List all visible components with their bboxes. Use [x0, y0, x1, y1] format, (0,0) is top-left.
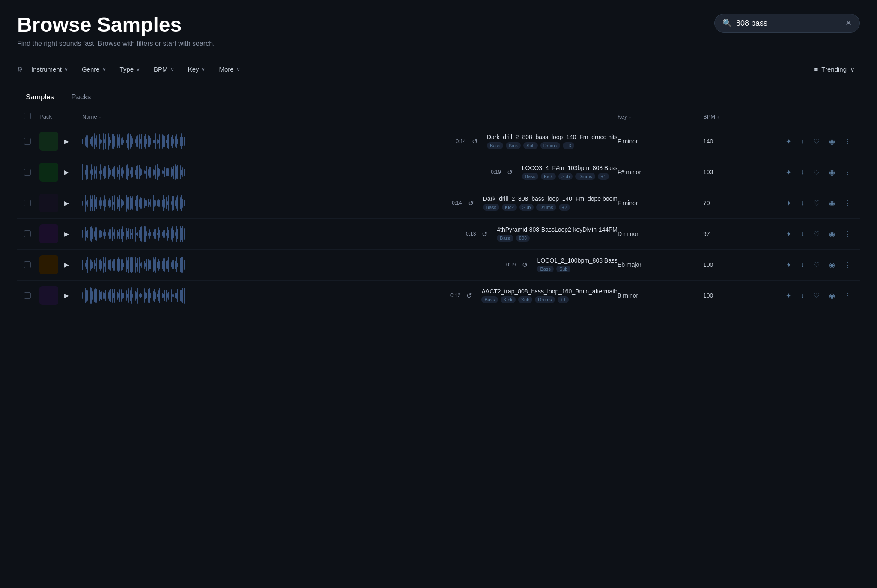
- waveform[interactable]: [82, 256, 498, 274]
- row-checkbox[interactable]: [24, 292, 31, 299]
- pack-thumbnail[interactable]: [39, 224, 58, 243]
- more-options-button[interactable]: ⋮: [843, 136, 853, 147]
- headphones-button[interactable]: ◉: [827, 136, 837, 147]
- waveform[interactable]: [82, 163, 483, 181]
- play-button[interactable]: ▶: [63, 290, 71, 301]
- filter-key[interactable]: Key ∨: [183, 63, 211, 75]
- waveform-bar: [116, 138, 116, 145]
- similar-button[interactable]: ✦: [784, 290, 793, 301]
- filters-bar: ⚙ Instrument ∨ Genre ∨ Type ∨ BPM ∨ Key …: [17, 63, 860, 76]
- waveform-bar: [87, 230, 88, 238]
- download-button[interactable]: ↓: [799, 290, 806, 301]
- waveform-bar: [90, 139, 91, 144]
- headphones-button[interactable]: ◉: [827, 290, 837, 301]
- replay-button[interactable]: ↺: [480, 228, 489, 240]
- pack-thumbnail[interactable]: [39, 194, 58, 212]
- more-options-button[interactable]: ⋮: [843, 259, 853, 271]
- similar-button[interactable]: ✦: [784, 228, 793, 240]
- waveform-bar: [92, 136, 93, 147]
- pack-thumbnail[interactable]: [39, 286, 58, 305]
- waveform-bar: [89, 167, 89, 178]
- similar-button[interactable]: ✦: [784, 136, 793, 147]
- waveform[interactable]: [82, 287, 442, 304]
- waveform-bar: [166, 197, 167, 209]
- waveform[interactable]: [82, 225, 458, 243]
- favorite-button[interactable]: ♡: [812, 136, 821, 147]
- sample-tag: Sub: [519, 204, 534, 211]
- similar-button[interactable]: ✦: [784, 167, 793, 178]
- favorite-button[interactable]: ♡: [812, 290, 821, 301]
- pack-thumbnail[interactable]: [39, 163, 58, 182]
- row-checkbox[interactable]: [24, 230, 31, 237]
- waveform-bar: [96, 258, 97, 272]
- row-checkbox[interactable]: [24, 200, 31, 206]
- more-options-button[interactable]: ⋮: [843, 197, 853, 209]
- waveform-bar: [182, 137, 183, 146]
- more-options-button[interactable]: ⋮: [843, 228, 853, 240]
- row-checkbox[interactable]: [24, 138, 31, 145]
- play-button[interactable]: ▶: [63, 136, 71, 146]
- download-button[interactable]: ↓: [799, 197, 806, 209]
- row-checkbox[interactable]: [24, 169, 31, 176]
- waveform-bar: [155, 133, 156, 149]
- filter-type[interactable]: Type ∨: [115, 63, 146, 75]
- favorite-button[interactable]: ♡: [812, 167, 821, 178]
- similar-button[interactable]: ✦: [784, 259, 793, 271]
- replay-button[interactable]: ↺: [465, 290, 474, 301]
- filter-instrument[interactable]: Instrument ∨: [26, 63, 73, 75]
- play-button[interactable]: ▶: [63, 260, 71, 270]
- headphones-button[interactable]: ◉: [827, 167, 837, 178]
- clear-search-button[interactable]: ✕: [845, 19, 852, 27]
- headphones-button[interactable]: ◉: [827, 197, 837, 209]
- key-col-header[interactable]: Key ↕: [617, 113, 703, 120]
- headphones-button[interactable]: ◉: [827, 228, 837, 240]
- waveform-bar: [149, 136, 150, 147]
- similar-button[interactable]: ✦: [784, 197, 793, 209]
- waveform[interactable]: [82, 132, 448, 150]
- waveform-bar: [113, 202, 114, 205]
- replay-button[interactable]: ↺: [505, 167, 514, 178]
- download-button[interactable]: ↓: [799, 259, 806, 270]
- more-options-button[interactable]: ⋮: [843, 167, 853, 178]
- replay-button[interactable]: ↺: [466, 197, 475, 209]
- replay-button[interactable]: ↺: [470, 136, 479, 147]
- filter-genre[interactable]: Genre ∨: [77, 63, 111, 75]
- favorite-button[interactable]: ♡: [812, 228, 821, 240]
- download-button[interactable]: ↓: [799, 136, 806, 147]
- favorite-button[interactable]: ♡: [812, 259, 821, 271]
- download-button[interactable]: ↓: [799, 167, 806, 178]
- key-chevron: ∨: [201, 66, 205, 72]
- more-options-button[interactable]: ⋮: [843, 290, 853, 301]
- pack-thumbnail[interactable]: [39, 255, 58, 274]
- waveform-bar: [159, 230, 160, 238]
- waveform[interactable]: [82, 194, 444, 212]
- waveform-bar: [139, 199, 140, 207]
- search-input[interactable]: [736, 19, 841, 28]
- play-button[interactable]: ▶: [63, 167, 71, 177]
- waveform-bar: [176, 197, 177, 209]
- waveform-bar: [100, 292, 101, 299]
- name-col-header[interactable]: Name ↕: [82, 113, 617, 120]
- tab-samples[interactable]: Samples: [17, 88, 63, 107]
- play-button[interactable]: ▶: [63, 198, 71, 208]
- download-button[interactable]: ↓: [799, 228, 806, 239]
- waveform-bar: [177, 195, 178, 211]
- play-button[interactable]: ▶: [63, 229, 71, 239]
- tab-packs[interactable]: Packs: [63, 88, 99, 107]
- key-value: Eb major: [617, 261, 703, 268]
- sort-trending-button[interactable]: ≡ Trending ∨: [809, 63, 860, 76]
- waveform-bar: [131, 136, 132, 147]
- favorite-button[interactable]: ♡: [812, 197, 821, 209]
- waveform-bar: [158, 140, 159, 143]
- select-all-checkbox[interactable]: [24, 113, 31, 119]
- row-checkbox[interactable]: [24, 261, 31, 268]
- waveform-bar: [163, 258, 164, 271]
- replay-button[interactable]: ↺: [520, 259, 529, 271]
- waveform-bar: [121, 289, 122, 302]
- headphones-button[interactable]: ◉: [827, 259, 837, 271]
- pack-thumbnail[interactable]: [39, 132, 58, 151]
- filter-bpm[interactable]: BPM ∨: [149, 63, 179, 75]
- waveform-bar: [149, 229, 150, 239]
- filter-more[interactable]: More ∨: [214, 63, 245, 75]
- bpm-col-header[interactable]: BPM ↕: [703, 113, 767, 120]
